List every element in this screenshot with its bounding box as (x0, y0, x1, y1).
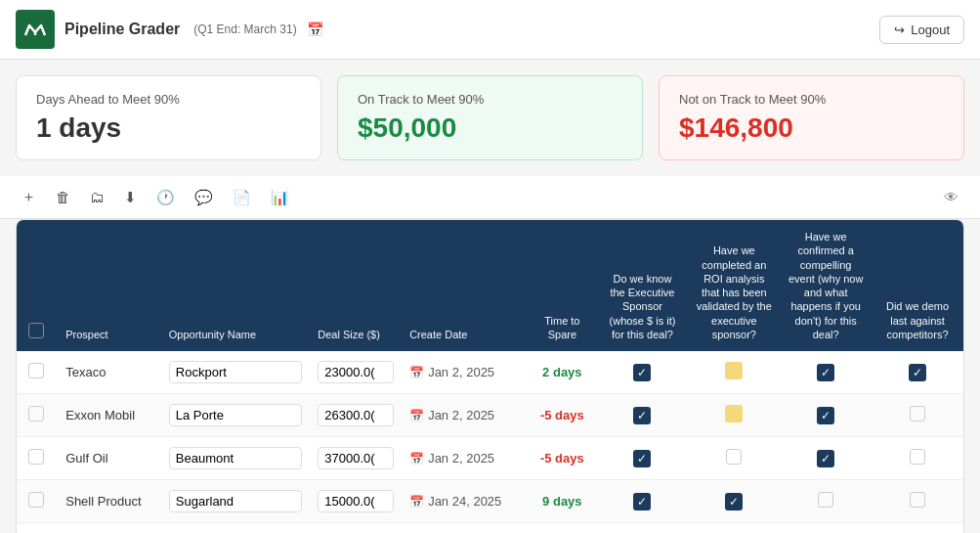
time-spare-cell: -5 days (528, 394, 596, 437)
row-checkbox[interactable] (28, 449, 44, 465)
app-title: Pipeline Grader (64, 21, 180, 38)
table-cell-checkbox (688, 394, 780, 437)
empty-checkbox[interactable] (910, 449, 925, 465)
col-header-date: Create Date (402, 220, 528, 351)
col-header-checkbox (17, 220, 58, 351)
export-csv-button[interactable]: 📊 (265, 185, 295, 210)
deal-size-cell (310, 437, 402, 480)
col-header-time: Time to Spare (528, 220, 596, 351)
opportunity-cell (161, 394, 311, 437)
empty-checkbox[interactable] (818, 492, 833, 508)
yellow-checkbox[interactable] (725, 405, 743, 422)
export-pdf-button[interactable]: 📄 (227, 185, 257, 210)
time-spare-cell: 2 days (528, 351, 596, 394)
table-cell-checkbox: ✓ (597, 351, 689, 394)
card-ontrack-label: On Track to Meet 90% (358, 92, 622, 107)
table-cell-checkbox: ✓ (597, 523, 689, 533)
col-header-deal: Deal Size ($) (310, 220, 402, 351)
checked-icon[interactable]: ✓ (633, 364, 651, 381)
empty-checkbox[interactable] (910, 492, 925, 508)
prospect-cell: Gulf Oil (58, 437, 161, 480)
pipeline-table: Prospect Opportunity Name Deal Size ($) … (17, 220, 963, 533)
logout-button[interactable]: ↪ Logout (879, 16, 964, 44)
row-select-cell (17, 351, 58, 394)
comment-button[interactable]: 💬 (189, 185, 219, 210)
table-cell-checkbox: ✓ (597, 394, 689, 437)
col-header-q3: Have we confirmed a compelling event (wh… (780, 220, 872, 351)
row-checkbox[interactable] (28, 363, 44, 378)
download-button[interactable]: ⬇ (118, 185, 143, 210)
deal-size-input[interactable] (318, 490, 394, 512)
time-spare-value: 9 days (542, 494, 581, 509)
row-select-cell (17, 480, 58, 523)
yellow-checkbox[interactable] (725, 362, 743, 379)
hide-columns-button[interactable]: 👁 (938, 185, 964, 209)
opportunity-cell (161, 351, 311, 394)
logo (16, 10, 55, 49)
checked-icon[interactable]: ✓ (633, 407, 651, 424)
empty-checkbox[interactable] (726, 449, 742, 465)
time-spare-value: -5 days (540, 408, 584, 422)
card-ontrack-value: $50,000 (358, 112, 622, 144)
date-cell: 📅Jan 2, 2025 (402, 394, 528, 437)
card-days-value: 1 days (36, 112, 301, 144)
time-spare-cell: -13 days (528, 523, 596, 533)
prospect-cell: Texaco (58, 351, 161, 394)
calendar-header-icon[interactable]: 📅 (307, 22, 323, 37)
card-days-label: Days Ahead to Meet 90% (36, 92, 301, 107)
deal-size-cell (310, 480, 402, 523)
table-cell-checkbox (688, 523, 780, 533)
opportunity-input[interactable] (169, 404, 303, 426)
prospect-cell: Shell Product (58, 480, 161, 523)
table-cell-checkbox (780, 523, 872, 533)
logout-arrow-icon: ↪ (894, 22, 905, 37)
card-nottrack-label: Not on Track to Meet 90% (679, 92, 944, 107)
prospect-cell: Exxon Mobil (58, 394, 161, 437)
table-cell-checkbox: ✓ (780, 394, 872, 437)
delete-button[interactable]: 🗑 (50, 185, 76, 209)
select-all-checkbox[interactable] (28, 323, 44, 338)
opportunity-cell (161, 523, 311, 533)
deal-size-input[interactable] (318, 447, 394, 469)
table-cell-checkbox: ✓ (872, 351, 963, 394)
opportunity-input[interactable] (169, 490, 303, 512)
add-button[interactable]: ＋ (16, 184, 42, 210)
date-cell: 📅Jan 26, 2025 (402, 523, 528, 533)
row-checkbox[interactable] (28, 406, 44, 422)
checked-icon[interactable]: ✓ (817, 407, 834, 424)
checked-icon[interactable]: ✓ (817, 364, 834, 381)
deal-size-cell (310, 394, 402, 437)
table-cell-checkbox (688, 351, 780, 394)
deal-size-cell (310, 351, 402, 394)
deal-size-input[interactable] (318, 404, 394, 426)
empty-checkbox[interactable] (910, 406, 925, 422)
deal-size-cell (310, 523, 402, 533)
table-cell-checkbox (688, 437, 780, 480)
deal-size-input[interactable] (318, 361, 394, 383)
table-cell-checkbox: ✓ (597, 480, 689, 523)
quarter-info: (Q1 End: March 31) (193, 22, 296, 36)
row-checkbox[interactable] (28, 492, 44, 508)
date-cell: 📅Jan 2, 2025 (402, 351, 528, 394)
svg-rect-0 (21, 20, 49, 39)
table-row: Gulf Oil📅Jan 2, 2025-5 days✓✓ (17, 437, 963, 480)
summary-card-days: Days Ahead to Meet 90% 1 days (16, 75, 321, 160)
opportunity-cell (161, 437, 311, 480)
date-value: Jan 24, 2025 (428, 494, 501, 509)
checked-icon[interactable]: ✓ (725, 493, 743, 511)
history-button[interactable]: 🕐 (150, 185, 181, 210)
calendar-row-icon: 📅 (409, 452, 424, 466)
row-select-cell (17, 394, 58, 437)
archive-button[interactable]: 🗂 (84, 185, 110, 209)
checked-icon[interactable]: ✓ (817, 450, 834, 467)
app-header: Pipeline Grader (Q1 End: March 31) 📅 ↪ L… (0, 0, 980, 60)
checked-icon[interactable]: ✓ (633, 493, 651, 511)
table-row: Shell Product📅Jan 24, 20259 days✓✓ (17, 480, 963, 523)
row-select-cell (17, 523, 58, 533)
table-cell-checkbox: ✓ (780, 351, 872, 394)
opportunity-input[interactable] (169, 361, 303, 383)
opportunity-input[interactable] (169, 447, 303, 469)
col-header-opportunity: Opportunity Name (161, 220, 311, 351)
checked-icon[interactable]: ✓ (633, 450, 651, 467)
checked-icon[interactable]: ✓ (909, 364, 926, 381)
